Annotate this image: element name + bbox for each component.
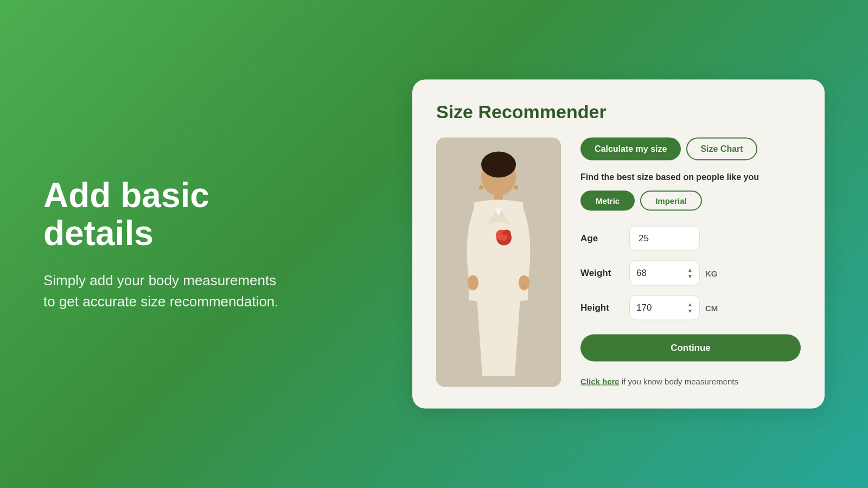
svg-point-8 — [501, 235, 507, 241]
weight-label: Weight — [580, 268, 629, 279]
unit-toggle: Metric Imperial — [580, 191, 801, 211]
click-here-link[interactable]: Click here — [580, 377, 620, 386]
weight-unit: KG — [705, 268, 718, 278]
weight-spinner[interactable]: ▲ ▼ — [687, 267, 693, 279]
continue-button[interactable]: Continue — [580, 335, 801, 362]
svg-point-12 — [514, 185, 518, 190]
age-value: 25 — [639, 233, 649, 244]
age-field-row: Age 25 — [580, 226, 801, 251]
height-field-row: Height 170 ▲ ▼ CM — [580, 296, 801, 320]
height-input[interactable]: 170 ▲ ▼ — [629, 296, 700, 320]
card-title: Size Recommender — [436, 101, 801, 123]
height-down-arrow[interactable]: ▼ — [687, 309, 693, 314]
metric-button[interactable]: Metric — [580, 191, 635, 211]
size-chart-button[interactable]: Size Chart — [686, 138, 757, 160]
height-spinner[interactable]: ▲ ▼ — [687, 302, 693, 314]
find-best-size-text: Find the best size based on people like … — [580, 172, 801, 182]
height-unit: CM — [705, 303, 718, 312]
height-label: Height — [580, 303, 629, 313]
left-panel: Add basic details Simply add your body m… — [43, 176, 288, 312]
size-recommender-card: Size Recommender — [412, 80, 825, 409]
weight-input[interactable]: 68 ▲ ▼ — [629, 261, 700, 286]
age-input[interactable]: 25 — [629, 226, 700, 251]
tab-buttons: Calculate my size Size Chart — [580, 138, 801, 160]
click-here-row: Click here if you know body measurements — [580, 377, 801, 386]
height-up-arrow[interactable]: ▲ — [687, 302, 693, 307]
calculate-my-size-button[interactable]: Calculate my size — [580, 138, 681, 160]
weight-field-row: Weight 68 ▲ ▼ KG — [580, 261, 801, 286]
age-label: Age — [580, 233, 629, 244]
description: Simply add your body measurements to get… — [43, 269, 288, 312]
click-here-suffix: if you know body measurements — [620, 377, 738, 386]
weight-down-arrow[interactable]: ▼ — [687, 274, 693, 279]
weight-up-arrow[interactable]: ▲ — [687, 267, 693, 273]
svg-point-9 — [468, 275, 478, 291]
height-value: 170 — [636, 303, 652, 313]
svg-point-3 — [483, 154, 514, 174]
card-body: Calculate my size Size Chart Find the be… — [436, 138, 801, 387]
right-form-panel: Calculate my size Size Chart Find the be… — [580, 138, 801, 386]
svg-point-11 — [479, 185, 483, 190]
imperial-button[interactable]: Imperial — [640, 191, 702, 211]
svg-rect-13 — [522, 287, 526, 288]
weight-value: 68 — [636, 268, 647, 279]
headline: Add basic details — [43, 176, 288, 253]
model-image — [436, 138, 561, 387]
